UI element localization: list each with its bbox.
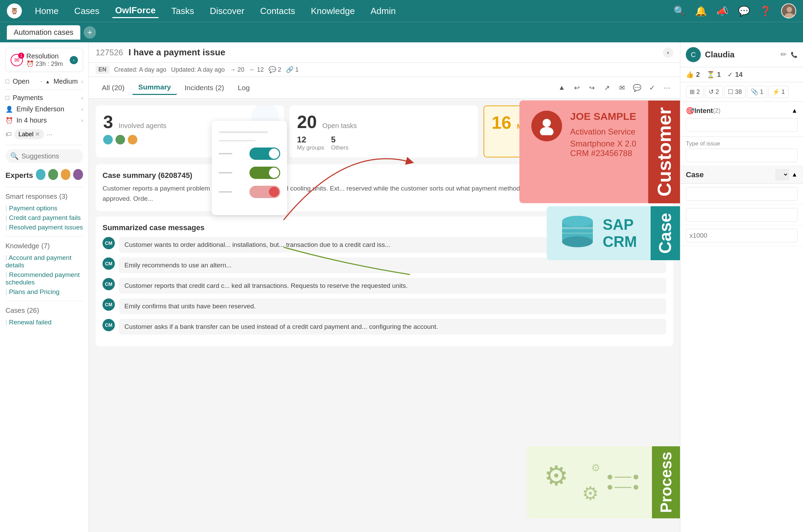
arrow-right-count: → 20: [230, 66, 244, 73]
smart-response-3[interactable]: Resolved payment issues: [5, 223, 83, 232]
up-arrow-icon[interactable]: ▲: [556, 82, 568, 94]
middle-panel: 127526 I have a payment issue › EN Creat…: [89, 42, 680, 532]
right-stats: 👍 2 ⏳ 1 ✓ 14: [680, 67, 803, 82]
filter-open[interactable]: □ Open · ▲ Medium ›: [5, 78, 83, 85]
messages-section: Summarized case messages CM Customer wan…: [96, 216, 673, 346]
intent-input[interactable]: [686, 118, 798, 132]
expert-avatar-2[interactable]: [48, 169, 58, 180]
note-icon[interactable]: 💬: [631, 82, 643, 94]
case-section-label: Case: [686, 170, 704, 179]
nav-contacts[interactable]: Contacts: [257, 4, 298, 18]
toolbar-actions: ▲ ↩ ↪ ↗ ✉ 💬 ✓ ⋯: [556, 82, 673, 94]
case-content: 3 Involved agents 👤 20 Op: [89, 99, 680, 532]
others-stat: 5 Others: [331, 135, 349, 151]
intent-count: (2): [713, 107, 720, 114]
help-icon[interactable]: ❓: [760, 5, 772, 17]
email-icon[interactable]: ✉: [616, 82, 628, 94]
type-of-issue-input[interactable]: [686, 149, 798, 162]
case-section-select[interactable]: [776, 169, 789, 180]
attach-btn[interactable]: 📎 1: [747, 86, 767, 98]
expert-avatar-4[interactable]: [73, 169, 83, 180]
expert-avatar-1[interactable]: [36, 169, 46, 180]
tab-all[interactable]: All (20): [96, 81, 131, 95]
agent-circle-2: [115, 135, 125, 144]
nav-cases[interactable]: Cases: [71, 4, 102, 18]
grid-btn[interactable]: ⊞ 2: [686, 86, 704, 98]
message-1: CM Customer wants to order additional...…: [103, 237, 666, 253]
megaphone-icon[interactable]: 📣: [717, 5, 729, 17]
case-input-1[interactable]: [686, 187, 798, 201]
check-stat: ✓ 14: [727, 71, 743, 79]
intent-label: Intent: [694, 107, 713, 115]
msg-bubble-4: Emily confirms that units have been rese…: [119, 298, 666, 314]
nav-admin[interactable]: Admin: [368, 4, 398, 18]
automation-cases-tab[interactable]: Automation cases: [7, 25, 80, 40]
case-header: 127526 I have a payment issue ›: [89, 42, 680, 63]
svg-point-1: [785, 13, 794, 18]
filter-due-time[interactable]: ⏰ In 4 hours ›: [5, 116, 83, 124]
bolt-btn[interactable]: ⚡ 1: [768, 86, 789, 98]
check-icon[interactable]: ✓: [646, 82, 658, 94]
case-input-3[interactable]: [686, 229, 798, 242]
tasks-btn[interactable]: ☐ 38: [724, 86, 746, 98]
created-date: Created: A day ago: [114, 66, 166, 73]
knowledge-3[interactable]: Plans and Pricing: [5, 287, 83, 297]
app-logo[interactable]: 🦉: [7, 3, 22, 18]
tab-incidents[interactable]: Incidents (2): [178, 81, 230, 95]
intent-section: 🎯 Intent (2) ▲: [680, 102, 803, 137]
chat-icon[interactable]: 💬: [738, 5, 750, 17]
user-avatar[interactable]: [781, 3, 796, 18]
filter-agent[interactable]: 👤 Emily Enderson ›: [5, 105, 83, 113]
collapse-button[interactable]: ‹: [70, 56, 78, 64]
message-4: CM Emily confirms that units have been r…: [103, 298, 666, 314]
knowledge-1[interactable]: Account and payment details: [5, 253, 83, 270]
smart-response-1[interactable]: Payment options: [5, 204, 83, 213]
nav-tasks[interactable]: Tasks: [169, 4, 197, 18]
msg-avatar-1: CM: [103, 237, 115, 249]
nav-knowledge[interactable]: Knowledge: [308, 4, 358, 18]
refresh-btn[interactable]: ↺ 2: [705, 86, 723, 98]
case-summary-text: Customer reports a payment problem with …: [103, 183, 666, 204]
agent-circle-1: [103, 135, 113, 144]
nav-home[interactable]: Home: [32, 4, 61, 18]
case-1[interactable]: Renewal failed: [5, 318, 83, 327]
stats-row: 3 Involved agents 👤 20 Op: [96, 106, 673, 157]
smart-responses-header: Smart responses (3): [5, 192, 83, 201]
search-icon[interactable]: 🔍: [673, 5, 685, 17]
case-input-2[interactable]: [686, 208, 798, 222]
suggestions-search[interactable]: 🔍 💡: [5, 149, 83, 163]
smart-response-2[interactable]: Credit card payment fails: [5, 213, 83, 223]
forward-icon[interactable]: ↪: [586, 82, 598, 94]
case-field-1: [680, 184, 803, 205]
open-tasks-number: 20: [297, 112, 317, 132]
expand-right-panel[interactable]: ›: [663, 47, 673, 58]
share-icon[interactable]: ↗: [601, 82, 613, 94]
msg-avatar-4: CM: [103, 298, 115, 311]
case-id: 127526: [96, 48, 123, 57]
label-tag-row: 🏷 Label ✕ ···: [5, 128, 83, 141]
tab-log[interactable]: Log: [232, 81, 256, 95]
experts-label: Experts: [5, 171, 33, 180]
resolution-card: ✉ 1 Resolution ⏰ 23h : 29m ‹: [5, 48, 83, 72]
edit-icon[interactable]: ✏: [780, 50, 787, 59]
filter-payments[interactable]: □ Payments ›: [5, 94, 83, 102]
type-of-issue-label: Type of issue: [686, 140, 798, 147]
add-tab-button[interactable]: +: [84, 26, 96, 39]
expert-avatar-3[interactable]: [61, 169, 71, 180]
search-input[interactable]: [22, 152, 89, 160]
reply-icon[interactable]: ↩: [571, 82, 583, 94]
nav-discover[interactable]: Discover: [207, 4, 247, 18]
top-navigation: 🦉 Home Cases OwlForce Tasks Discover Con…: [0, 0, 803, 22]
intent-expand-icon[interactable]: ▲: [791, 107, 798, 114]
nav-owlforce[interactable]: OwlForce: [112, 4, 158, 18]
knowledge-2[interactable]: Recommended payment schedules: [5, 270, 83, 287]
case-collapse-icon[interactable]: ▲: [791, 171, 798, 178]
tab-summary[interactable]: Summary: [132, 80, 177, 95]
bell-icon[interactable]: 🔔: [695, 5, 707, 17]
open-tasks-card: 20 Open tasks 12 My groups 5 Others: [289, 106, 478, 157]
more-options-button[interactable]: ···: [47, 130, 53, 138]
cases-header: Cases (26): [5, 306, 83, 315]
more-icon[interactable]: ⋯: [661, 82, 673, 94]
tag-remove-button[interactable]: ✕: [35, 130, 40, 138]
phone-icon[interactable]: 📞: [791, 52, 798, 58]
